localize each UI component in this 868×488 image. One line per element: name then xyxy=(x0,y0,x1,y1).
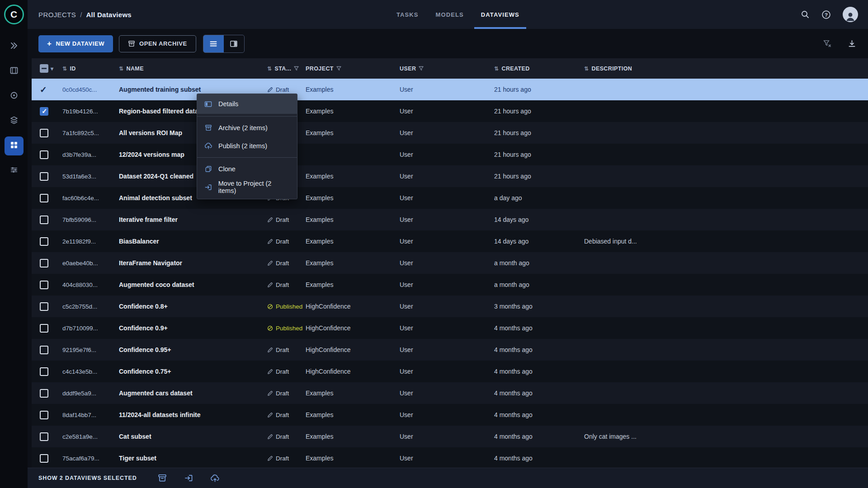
select-menu-caret-icon[interactable]: ▾ xyxy=(51,66,53,72)
menu-item-publish[interactable]: Publish (2 items) xyxy=(197,137,297,155)
row-project: Examples xyxy=(306,455,400,462)
menu-item-label: Details xyxy=(218,100,238,108)
column-header-description[interactable]: ⇅ DESCRIPTION xyxy=(584,66,868,72)
menu-divider xyxy=(197,157,297,158)
column-header-status[interactable]: ⇅ STA... xyxy=(267,66,306,72)
row-checkbox[interactable] xyxy=(40,302,48,311)
table-row[interactable]: ✓ 7bfb59096... Iterative frame filter Dr… xyxy=(32,209,868,230)
row-checkbox[interactable] xyxy=(40,129,48,137)
sidebar-item-frames[interactable] xyxy=(5,62,24,81)
row-context-menu: Details Archive (2 items) Publish (2 ite… xyxy=(197,94,297,199)
row-status: Published xyxy=(267,325,306,332)
row-checkbox[interactable] xyxy=(40,346,48,354)
row-checkbox[interactable] xyxy=(40,432,48,441)
row-checkbox[interactable] xyxy=(40,194,48,202)
column-header-created[interactable]: ⇅ CREATED xyxy=(494,66,584,72)
row-checkbox[interactable] xyxy=(40,172,48,181)
row-checkbox[interactable] xyxy=(40,281,48,289)
table-view-button[interactable] xyxy=(203,35,224,52)
row-id: d3b7fe39a... xyxy=(62,151,119,158)
show-selected-link[interactable]: SHOW 2 DATAVIEWS SELECTED xyxy=(38,475,137,481)
launch-icon xyxy=(9,41,19,52)
move-to-project-icon[interactable] xyxy=(184,474,193,483)
table-row[interactable]: ✓ c2e581a9e... Cat subset Draft Examples… xyxy=(32,426,868,447)
row-project: Examples xyxy=(306,173,400,180)
breadcrumb-current[interactable]: All Dataviews xyxy=(86,11,132,19)
table-row[interactable]: ✓ dddf9e5a9... Augmented cars dataset Dr… xyxy=(32,382,868,404)
published-icon xyxy=(267,325,273,331)
publish-icon[interactable] xyxy=(210,474,220,483)
row-project: Examples xyxy=(306,86,400,93)
table-row[interactable]: ✓ c5c2b755d... Confidence 0.8+ Published… xyxy=(32,296,868,317)
download-icon[interactable] xyxy=(848,39,856,48)
new-dataview-button[interactable]: + NEW DATAVIEW xyxy=(38,35,113,52)
move-to-project-icon xyxy=(204,183,212,191)
select-all-checkbox[interactable] xyxy=(40,64,48,73)
help-icon[interactable]: ? xyxy=(821,10,831,19)
row-checkbox[interactable] xyxy=(40,324,48,333)
sidebar-item-datasets[interactable] xyxy=(5,112,24,131)
menu-divider xyxy=(197,116,297,117)
toolbar-right xyxy=(823,29,856,58)
table-row[interactable]: ✓ 7a1fc892c5... All versions ROI Map Dra… xyxy=(32,122,868,144)
sidebar-item-annotations[interactable] xyxy=(5,87,24,106)
search-icon[interactable] xyxy=(801,10,810,19)
row-name: Confidence 0.95+ xyxy=(119,346,267,353)
clear-filters-icon[interactable] xyxy=(823,39,831,48)
filter-icon[interactable] xyxy=(294,66,299,71)
table-row[interactable]: ✓ d3b7fe39a... 12/2024 versions map Draf… xyxy=(32,144,868,165)
breadcrumb-projects[interactable]: PROJECTS xyxy=(38,11,76,19)
table-row[interactable]: ✓ 404c88030... Augmented coco dataset Dr… xyxy=(32,274,868,296)
row-checkbox[interactable] xyxy=(40,107,48,116)
sidebar-item-launch[interactable] xyxy=(5,37,24,56)
table-row[interactable]: ✓ 92195e7f6... Confidence 0.95+ Draft Hi… xyxy=(32,339,868,361)
row-checkbox[interactable] xyxy=(40,411,48,419)
split-view-button[interactable] xyxy=(224,35,244,52)
table-row[interactable]: ✓ 7b19b4126... Region-based filtered dat… xyxy=(32,100,868,122)
archive-icon[interactable] xyxy=(158,474,167,483)
table-row[interactable]: ✓ 8daf14bb7... 11/2024-all datasets infi… xyxy=(32,404,868,426)
column-header-id[interactable]: ⇅ ID xyxy=(62,66,119,72)
column-header-user[interactable]: USER xyxy=(400,66,494,72)
open-archive-button[interactable]: OPEN ARCHIVE xyxy=(119,35,196,52)
toolbar: + NEW DATAVIEW OPEN ARCHIVE xyxy=(28,29,868,58)
table-row[interactable]: ✓ fac60b6c4e... Animal detection subset … xyxy=(32,187,868,209)
menu-item-details[interactable]: Details xyxy=(197,94,297,114)
table-row[interactable]: ✓ e0aebe40b... IteraFrame Navigator Draf… xyxy=(32,252,868,274)
user-avatar[interactable] xyxy=(843,7,858,22)
app-logo[interactable]: C xyxy=(4,5,24,24)
menu-item-archive[interactable]: Archive (2 items) xyxy=(197,119,297,137)
draft-pencil-icon xyxy=(267,455,273,461)
tab-dataviews[interactable]: DATAVIEWS xyxy=(472,0,528,29)
table-row[interactable]: ✓ d7b710099... Confidence 0.9+ Published… xyxy=(32,317,868,339)
row-status: Draft xyxy=(267,412,306,418)
row-checkbox[interactable] xyxy=(40,367,48,376)
row-checkbox[interactable] xyxy=(40,150,48,159)
table-row[interactable]: ✓ 2e11982f9... BiasBalancer Draft Exampl… xyxy=(32,230,868,252)
column-header-project[interactable]: PROJECT xyxy=(306,66,400,72)
table-row[interactable]: ✓ c4c143e5b... Confidence 0.75+ Draft Hi… xyxy=(32,361,868,382)
row-project: Examples xyxy=(306,411,400,418)
row-checkbox[interactable] xyxy=(40,389,48,398)
menu-item-clone[interactable]: Clone xyxy=(197,160,297,178)
row-checkbox[interactable] xyxy=(40,216,48,224)
sidebar-item-hyperdatasets[interactable] xyxy=(5,136,24,155)
column-header-name[interactable]: ⇅ NAME xyxy=(119,66,267,72)
tab-tasks[interactable]: TASKS xyxy=(388,0,427,29)
row-checkbox[interactable] xyxy=(40,454,48,463)
filter-icon[interactable] xyxy=(419,66,424,71)
row-id: d7b710099... xyxy=(62,325,119,332)
menu-item-move-to-project[interactable]: Move to Project (2 items) xyxy=(197,178,297,196)
sidebar-item-pipelines[interactable] xyxy=(5,161,24,180)
row-checkbox[interactable] xyxy=(40,237,48,246)
row-id: dddf9e5a9... xyxy=(62,390,119,397)
filter-icon[interactable] xyxy=(336,66,341,71)
tab-models[interactable]: MODELS xyxy=(427,0,472,29)
table-row[interactable]: ✓ 75acaf6a79... Tiger subset Draft Examp… xyxy=(32,447,868,468)
row-select-cell: ✓ xyxy=(32,129,62,137)
row-select-cell: ✓ xyxy=(32,454,62,463)
table-row[interactable]: ✓ 0c0cd450c... Augmented training subset… xyxy=(32,79,868,100)
draft-pencil-icon xyxy=(267,412,273,418)
table-row[interactable]: ✓ 53d1fa6e3... Dataset 2024-Q1 cleaned D… xyxy=(32,165,868,187)
row-checkbox[interactable] xyxy=(40,259,48,267)
